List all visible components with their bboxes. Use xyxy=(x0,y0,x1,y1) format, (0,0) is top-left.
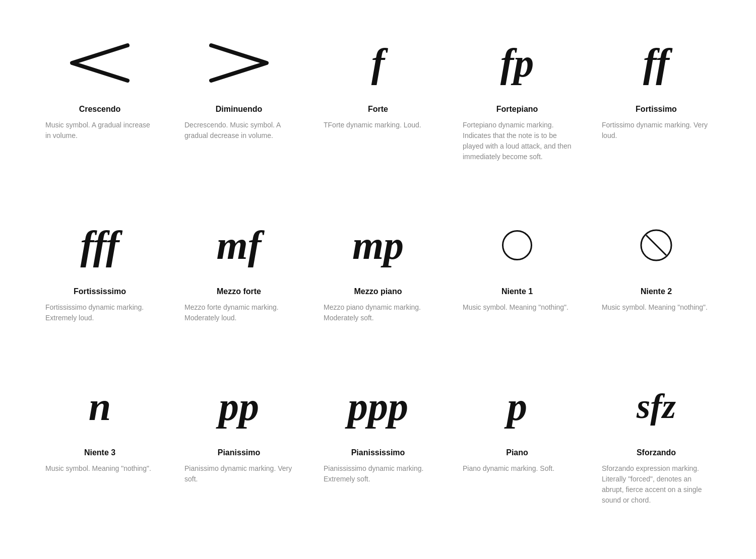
forte-symbol: f xyxy=(371,30,385,96)
fortississimo-name: Fortississimo xyxy=(74,287,126,296)
row-spacer xyxy=(30,343,726,364)
niente1-symbol xyxy=(502,213,532,278)
diminuendo-symbol xyxy=(206,30,272,96)
cell-forte: fForteTForte dynamic marking. Loud. xyxy=(308,20,448,182)
piano-description: Piano dynamic marking. Soft. xyxy=(463,463,572,474)
mezzo-piano-symbol: mp xyxy=(352,213,404,278)
cell-fortississimo: fffFortississimoFortississimo dynamic ma… xyxy=(30,202,169,343)
cell-pianississimo: pppPianississimoPianississimo dynamic ma… xyxy=(308,364,448,526)
fortissimo-symbol: ff xyxy=(643,30,669,96)
cell-sforzando: sfzSforzandoSforzando expression marking… xyxy=(587,364,726,526)
pianississimo-description: Pianississimo dynamic marking. Extremely… xyxy=(324,463,432,484)
niente1-description: Music symbol. Meaning "nothing". xyxy=(463,302,572,313)
cell-pianissimo: ppPianissimoPianissimo dynamic marking. … xyxy=(169,364,308,526)
cell-mezzo-piano: mpMezzo pianoMezzo piano dynamic marking… xyxy=(308,202,448,343)
cell-niente1: Niente 1Music symbol. Meaning "nothing". xyxy=(448,202,587,343)
sforzando-symbol: sfz xyxy=(637,374,676,439)
cell-piano: pPianoPiano dynamic marking. Soft. xyxy=(448,364,587,526)
cell-mezzo-forte: mfMezzo forteMezzo forte dynamic marking… xyxy=(169,202,308,343)
mezzo-piano-name: Mezzo piano xyxy=(354,287,402,296)
niente1-name: Niente 1 xyxy=(501,287,533,296)
svg-line-1 xyxy=(646,235,666,255)
mezzo-piano-description: Mezzo piano dynamic marking. Moderately … xyxy=(324,302,432,323)
niente2-symbol xyxy=(638,213,674,278)
cell-fortissimo: ffFortissimoFortissimo dynamic marking. … xyxy=(587,20,726,182)
forte-description: TForte dynamic marking. Loud. xyxy=(324,120,432,130)
niente2-name: Niente 2 xyxy=(641,287,672,296)
pianissimo-symbol: pp xyxy=(219,374,259,439)
fortepiano-symbol: fp xyxy=(500,30,534,96)
cell-niente2: Niente 2Music symbol. Meaning "nothing". xyxy=(587,202,726,343)
niente3-symbol: n xyxy=(89,374,111,439)
sforzando-name: Sforzando xyxy=(637,448,676,457)
fortepiano-name: Fortepiano xyxy=(496,105,538,114)
niente3-description: Music symbol. Meaning "nothing". xyxy=(45,463,154,474)
cell-diminuendo: DiminuendoDecrescendo. Music symbol. A g… xyxy=(169,20,308,182)
fortississimo-symbol: fff xyxy=(80,213,119,278)
forte-name: Forte xyxy=(368,105,388,114)
crescendo-name: Crescendo xyxy=(79,105,121,114)
symbols-grid: CrescendoMusic symbol. A gradual increas… xyxy=(30,20,726,526)
mezzo-forte-symbol: mf xyxy=(217,213,262,278)
diminuendo-description: Decrescendo. Music symbol. A gradual dec… xyxy=(184,120,293,141)
piano-name: Piano xyxy=(506,448,528,457)
fortississimo-description: Fortississimo dynamic marking. Extremely… xyxy=(45,302,154,323)
diminuendo-name: Diminuendo xyxy=(216,105,262,114)
cell-fortepiano: fpFortepianoFortepiano dynamic marking. … xyxy=(448,20,587,182)
pianississimo-name: Pianississimo xyxy=(351,448,405,457)
niente2-description: Music symbol. Meaning "nothing". xyxy=(602,302,711,313)
pianississimo-symbol: ppp xyxy=(348,374,408,439)
cell-niente3: nNiente 3Music symbol. Meaning "nothing"… xyxy=(30,364,169,526)
fortepiano-description: Fortepiano dynamic marking. Indicates th… xyxy=(463,120,572,162)
sforzando-description: Sforzando expression marking. Literally … xyxy=(602,463,711,506)
mezzo-forte-name: Mezzo forte xyxy=(217,287,261,296)
piano-symbol: p xyxy=(507,374,527,439)
fortissimo-description: Fortissimo dynamic marking. Very loud. xyxy=(602,120,711,141)
fortissimo-name: Fortissimo xyxy=(636,105,677,114)
pianissimo-description: Pianissimo dynamic marking. Very soft. xyxy=(184,463,293,484)
crescendo-symbol xyxy=(67,30,133,96)
mezzo-forte-description: Mezzo forte dynamic marking. Moderately … xyxy=(184,302,293,323)
pianissimo-name: Pianissimo xyxy=(218,448,260,457)
niente3-name: Niente 3 xyxy=(84,448,115,457)
row-spacer xyxy=(30,182,726,202)
cell-crescendo: CrescendoMusic symbol. A gradual increas… xyxy=(30,20,169,182)
crescendo-description: Music symbol. A gradual increase in volu… xyxy=(45,120,154,141)
